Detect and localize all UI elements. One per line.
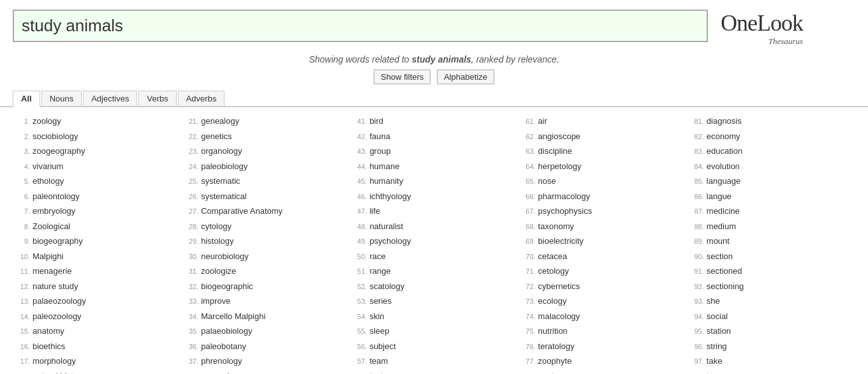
result-word[interactable]: evolution <box>707 160 740 173</box>
result-word[interactable]: genetics <box>201 130 232 143</box>
result-word[interactable]: biogeography <box>33 235 83 248</box>
result-word[interactable]: zoogeography <box>33 145 85 158</box>
result-word[interactable]: she <box>707 295 720 308</box>
tab-verbs[interactable]: Verbs <box>138 91 176 106</box>
result-word[interactable]: langue <box>707 190 732 203</box>
result-word[interactable]: taxonomy <box>538 220 574 233</box>
result-word[interactable]: paleobiology <box>201 160 247 173</box>
result-word[interactable]: herpetology <box>538 160 582 173</box>
tab-adjectives[interactable]: Adjectives <box>83 91 137 106</box>
result-word[interactable]: economy <box>707 130 740 143</box>
result-word[interactable]: naturalist <box>369 220 403 233</box>
result-word[interactable]: ichthyology <box>369 190 411 203</box>
result-word[interactable]: pharmacology <box>538 190 591 203</box>
result-word[interactable]: Zoological <box>33 220 70 233</box>
tab-adverbs[interactable]: Adverbs <box>178 91 225 106</box>
result-word[interactable]: malacology <box>538 310 580 323</box>
result-word[interactable]: palaeobiology <box>201 325 252 338</box>
result-word[interactable]: biogeographic <box>201 280 253 293</box>
result-column-1: 1.zoology2.sociobiology3.zoogeography4.v… <box>13 114 181 374</box>
tab-nouns[interactable]: Nouns <box>41 91 82 106</box>
result-word[interactable]: race <box>369 250 385 263</box>
result-word[interactable]: social <box>707 310 728 323</box>
result-word[interactable]: sectioning <box>707 280 744 293</box>
result-word[interactable]: improve <box>201 295 230 308</box>
result-word[interactable]: life <box>369 205 380 218</box>
result-word[interactable]: Marcello Malpighi <box>201 310 265 323</box>
result-word[interactable]: synecology <box>201 370 242 375</box>
result-word[interactable]: psychology <box>369 235 411 248</box>
result-word[interactable]: group <box>369 145 390 158</box>
result-word[interactable]: scatology <box>369 280 404 293</box>
result-word[interactable]: range <box>369 265 390 278</box>
show-filters-button[interactable]: Show filters <box>374 70 430 84</box>
result-word[interactable]: string <box>707 340 727 353</box>
result-word[interactable]: zootomy <box>538 370 570 375</box>
result-word[interactable]: nature study <box>33 280 78 293</box>
result-word[interactable]: zoology <box>33 115 61 128</box>
result-word[interactable]: systematical <box>201 190 247 203</box>
result-word[interactable]: ecology <box>538 295 567 308</box>
result-word[interactable]: vivarium <box>33 160 63 173</box>
result-word[interactable]: menagerie <box>33 265 71 278</box>
result-word[interactable]: Comparative Anatomy <box>201 205 283 218</box>
result-word[interactable]: angioscope <box>538 130 581 143</box>
result-word[interactable]: subject <box>369 340 395 353</box>
result-word[interactable]: natural history <box>33 370 85 375</box>
result-word[interactable]: fauna <box>369 130 390 143</box>
result-word[interactable]: ethology <box>33 175 64 188</box>
result-word[interactable]: humane <box>369 160 399 173</box>
tab-all[interactable]: All <box>13 91 40 107</box>
result-word[interactable]: systematic <box>201 175 240 188</box>
result-word[interactable]: zoologize <box>201 265 236 278</box>
result-word[interactable]: teratology <box>538 340 575 353</box>
result-word[interactable]: cytology <box>201 220 232 233</box>
result-word[interactable]: organology <box>201 145 242 158</box>
result-word[interactable]: psychophysics <box>538 205 592 218</box>
result-word[interactable]: tree <box>707 370 721 375</box>
result-word[interactable]: paleozoology <box>33 310 82 323</box>
result-word[interactable]: nutrition <box>538 325 568 338</box>
result-word[interactable]: bioelectricity <box>538 235 584 248</box>
result-word[interactable]: sociobiology <box>33 130 78 143</box>
alphabetize-button[interactable]: Alphabetize <box>437 70 494 84</box>
result-word[interactable]: cetacea <box>538 250 568 263</box>
result-word[interactable]: anatomy <box>33 325 64 338</box>
result-word[interactable]: series <box>369 295 392 308</box>
result-word[interactable]: discipline <box>538 145 572 158</box>
result-word[interactable]: embryology <box>33 205 75 218</box>
result-word[interactable]: cetology <box>538 265 569 278</box>
result-word[interactable]: sleep <box>369 325 389 338</box>
result-word[interactable]: diagnosis <box>707 115 742 128</box>
result-word[interactable]: medium <box>707 220 736 233</box>
result-word[interactable]: genealogy <box>201 115 239 128</box>
result-word[interactable]: histology <box>201 235 233 248</box>
result-word[interactable]: humanity <box>369 175 403 188</box>
result-word[interactable]: station <box>707 325 731 338</box>
subtitle-query: study animals <box>411 54 471 64</box>
result-word[interactable]: palaeozoology <box>33 295 86 308</box>
result-word[interactable]: Malpighi <box>33 250 63 263</box>
result-word[interactable]: paleobotany <box>201 340 246 353</box>
result-word[interactable]: morphology <box>33 355 76 368</box>
result-word[interactable]: cybernetics <box>538 280 580 293</box>
result-word[interactable]: mount <box>707 235 730 248</box>
result-word[interactable]: take <box>707 355 723 368</box>
result-word[interactable]: medicine <box>707 205 740 218</box>
search-input[interactable] <box>13 10 708 42</box>
result-word[interactable]: nose <box>538 175 556 188</box>
result-word[interactable]: education <box>707 145 742 158</box>
result-word[interactable]: bird <box>369 115 383 128</box>
result-word[interactable]: team <box>369 355 388 368</box>
result-word[interactable]: test <box>369 370 383 375</box>
result-word[interactable]: paleontology <box>33 190 80 203</box>
result-word[interactable]: air <box>538 115 547 128</box>
result-word[interactable]: skin <box>369 310 384 323</box>
result-word[interactable]: neurobiology <box>201 250 248 263</box>
result-word[interactable]: section <box>707 250 733 263</box>
result-word[interactable]: bioethics <box>33 340 65 353</box>
result-word[interactable]: phrenology <box>201 355 242 368</box>
result-word[interactable]: zoophyte <box>538 355 572 368</box>
result-word[interactable]: sectioned <box>707 265 742 278</box>
result-word[interactable]: language <box>707 175 741 188</box>
